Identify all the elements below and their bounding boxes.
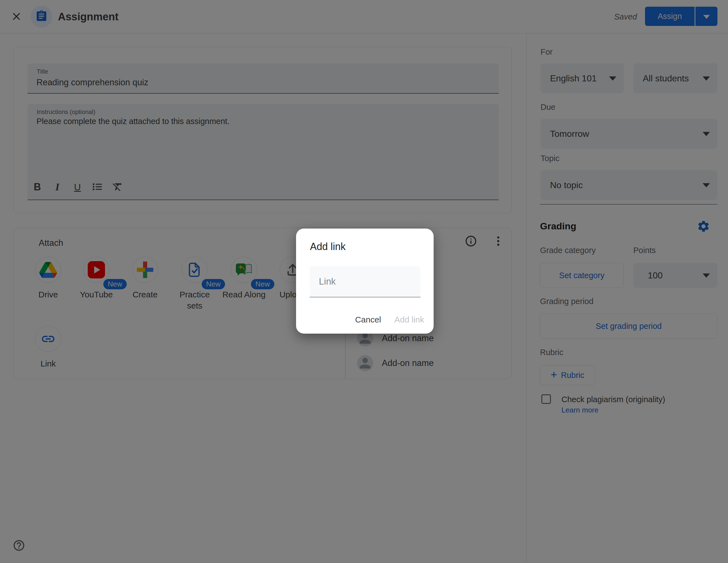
- add-link-dialog: Add link Cancel Add link: [296, 228, 434, 334]
- dialog-actions: Cancel Add link: [355, 313, 424, 327]
- add-link-confirm-button[interactable]: Add link: [394, 315, 424, 325]
- cancel-button[interactable]: Cancel: [355, 315, 381, 325]
- dialog-title: Add link: [310, 241, 346, 252]
- link-input[interactable]: [310, 266, 421, 298]
- assignment-editor: Assignment Saved Assign Title Reading co…: [0, 0, 728, 563]
